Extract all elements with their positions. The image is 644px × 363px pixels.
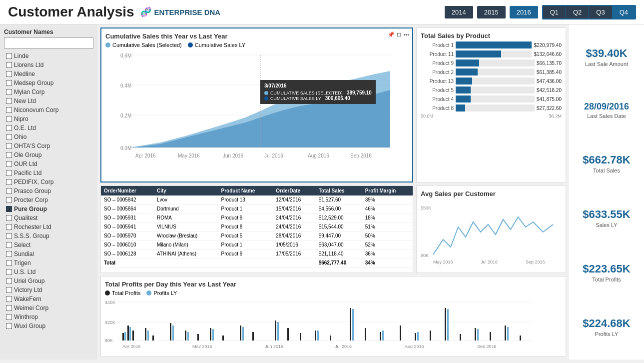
sidebar-item-label: Victory Ltd [14,286,42,294]
product-bar-fill [456,78,472,84]
table-cell-city: ROMA [154,214,218,222]
svg-rect-47 [380,332,381,340]
sidebar-item[interactable]: Mylan Corp [4,88,93,96]
col-product: Product Name [218,186,273,196]
table-cell-city: Dortmund [154,204,218,214]
table-row[interactable]: SO – 0006010Milano (Milan)Product 11/05/… [101,240,413,250]
product-bar-row: Product 8$27,322.60 [421,104,562,112]
svg-rect-57 [124,332,126,340]
svg-rect-56 [520,336,521,340]
sidebar-item[interactable]: ✓Pure Group [4,204,93,214]
middle-row: OrderNumber City Product Name OrderDate … [100,186,566,273]
sidebar-item[interactable]: OHTA'S Corp [4,142,93,150]
sidebar-checkbox [6,269,12,275]
product-bar-row: Product 11$132,646.60 [421,50,562,58]
sidebar-items-container: LindeLlorens LtdMedlineMedsep GroupMylan… [4,52,93,330]
sidebar-item[interactable]: Sundial [4,250,93,258]
table-cell-city: Milano (Milan) [154,240,218,250]
product-bar-value: $66,135.70 [537,60,562,66]
table-cell-margin: 50% [362,232,413,240]
table-cell-order: SO – 0006010 [101,240,154,250]
sidebar-item[interactable]: Linde [4,52,93,60]
sidebar-item[interactable]: Ole Group [4,150,93,160]
svg-rect-66 [352,309,354,340]
table-row[interactable]: SO – 0005970Wroclaw (Breslau)Product 528… [101,232,413,240]
year-2016-button[interactable]: 2016 [510,6,538,18]
table-cell-sales: $1,527.60 [316,196,362,204]
sidebar-item[interactable]: Trigen [4,258,93,268]
sidebar-item[interactable]: S.S.S. Group [4,232,93,240]
sidebar-item[interactable]: Uriel Group [4,276,93,286]
sidebar-item[interactable]: Llorens Ltd [4,60,93,70]
sidebar-checkbox [6,260,12,266]
sidebar-item[interactable]: New Ltd [4,96,93,106]
sidebar-item[interactable]: Qualitest [4,214,93,222]
svg-rect-39 [252,332,254,340]
sidebar-item[interactable]: Nipro [4,114,93,124]
product-bar-fill [456,68,478,76]
pin-icon[interactable]: 📌 [388,32,395,38]
sidebar-item[interactable]: Ohio [4,132,93,142]
sidebar-item[interactable]: Prasco Group [4,186,93,196]
table-cell-product: Product 13 [218,196,273,204]
sidebar-item[interactable]: Wuxi Group [4,322,93,330]
sidebar-item-label: Weimei Corp [14,304,48,312]
product-bar-value: $220,979.40 [534,42,562,48]
svg-text:Sep 2016: Sep 2016 [350,153,372,158]
svg-rect-33 [170,323,171,340]
table-cell-product: Product 9 [218,250,273,258]
svg-text:Jun 2016: Jun 2016 [223,153,244,158]
table-cell-order: SO – 0006128 [101,250,154,258]
sidebar-item[interactable]: Weimei Corp [4,304,93,312]
sidebar-item-label: Winthrop [14,314,38,320]
product-bar-label: Product 13 [421,78,456,84]
sidebar-item[interactable]: Procter Corp [4,196,93,204]
sidebar-checkbox [6,287,12,293]
sidebar-item[interactable]: Winthrop [4,312,93,322]
sidebar-item[interactable]: Medline [4,70,93,78]
svg-rect-31 [145,328,146,340]
sidebar-item[interactable]: OUR Ltd [4,160,93,168]
search-input[interactable] [4,38,93,48]
table-row[interactable]: SO – 0005842LvovProduct 1312/04/2016$1,5… [101,196,413,204]
col-margin: Profit Margin [362,186,413,196]
table-row[interactable]: SO – 0005864DortmundProduct 115/04/2016$… [101,204,413,214]
q1-button[interactable]: Q1 [543,6,566,18]
year-2014-button[interactable]: 2014 [445,6,473,18]
svg-rect-52 [460,334,461,340]
svg-rect-30 [132,330,134,340]
sidebar-item[interactable]: O.E. Ltd [4,124,93,132]
sidebar-item[interactable]: PEDIFIX, Corp [4,178,93,186]
table-total-cell: $662,777.40 [316,258,362,268]
sidebar-item[interactable]: WakeFern [4,294,93,304]
q3-button[interactable]: Q3 [589,6,612,18]
table-total-cell: 34% [362,258,413,268]
svg-text:May 2016: May 2016 [433,260,453,264]
sidebar-item[interactable]: Niconovum Corp [4,106,93,114]
product-bar-label: Product 9 [421,60,456,66]
sidebar-checkbox [6,143,12,149]
table-row[interactable]: SO – 0006128ATHINAI (Athens)Product 917/… [101,250,413,258]
more-icon[interactable]: ••• [403,32,409,38]
sidebar-checkbox [6,197,12,203]
q4-button[interactable]: Q4 [613,6,635,18]
svg-rect-43 [315,330,316,340]
product-bar-track [456,42,532,48]
profits-dot-ly [146,290,151,296]
sidebar-item[interactable]: Select [4,240,93,250]
sidebar-item[interactable]: Rochester Ltd [4,222,93,232]
sidebar-checkbox [6,323,12,329]
sidebar-item[interactable]: U.S. Ltd [4,268,93,276]
expand-icon[interactable]: ⊡ [397,32,401,38]
year-2015-button[interactable]: 2015 [477,6,506,18]
table-scroll[interactable]: OrderNumber City Product Name OrderDate … [101,186,413,272]
table-row[interactable]: SO – 0005941VILNIUSProduct 824/04/2016$1… [101,222,413,232]
sidebar-item[interactable]: Medsep Group [4,78,93,88]
svg-rect-68 [417,332,419,340]
product-bar-fill [456,50,501,58]
sidebar-item[interactable]: Pacific Ltd [4,168,93,178]
table-row[interactable]: SO – 0005931ROMAProduct 924/04/2016$12,5… [101,214,413,222]
q2-button[interactable]: Q2 [566,6,589,18]
svg-rect-60 [172,326,174,340]
sidebar-item[interactable]: Victory Ltd [4,286,93,294]
